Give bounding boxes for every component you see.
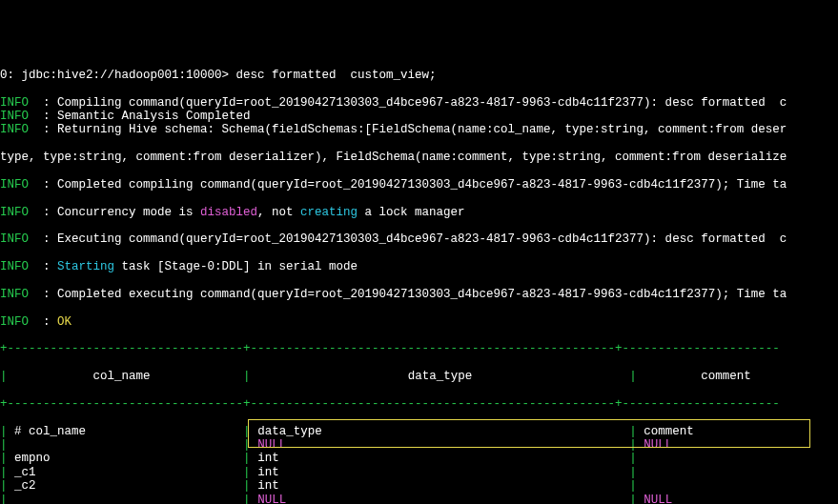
- log-text: : Returning Hive schema: Schema(fieldSch…: [29, 123, 787, 136]
- log-text: : Semantic Analysis Completed: [29, 110, 251, 123]
- highlight-box: [248, 419, 810, 448]
- log-text: : Compiling command(queryId=root_2019042…: [29, 96, 787, 110]
- table-border-top: +---------------------------------+-----…: [0, 342, 838, 355]
- table-row: | empno | int |: [0, 452, 838, 465]
- log-starting: INFO : Starting task [Stage-0:DDL] in se…: [0, 260, 838, 273]
- log-concurrency: INFO : Concurrency mode is disabled, not…: [0, 206, 838, 219]
- log-text: : Completed compiling command(queryId=ro…: [29, 178, 787, 192]
- table-header: | col_name | data_type | comment: [0, 370, 838, 383]
- log-prefix: INFO: [0, 232, 29, 246]
- log-prefix: INFO: [0, 123, 29, 136]
- log-prefix: INFO: [0, 110, 29, 123]
- prompt-command: desc formatted custom_view;: [229, 69, 437, 82]
- prompt-line: 0: jdbc:hive2://hadoop001:10000> desc fo…: [0, 69, 838, 82]
- table-row: | | NULL | NULL: [0, 494, 838, 505]
- log-text: : Completed executing command(queryId=ro…: [29, 288, 787, 301]
- table-row: | _c1 | int |: [0, 466, 838, 479]
- log-continuation: type, type:string, comment:from deserial…: [0, 151, 838, 164]
- log-line: INFO : Returning Hive schema: Schema(fie…: [0, 123, 838, 136]
- table-border-mid: +---------------------------------+-----…: [0, 397, 838, 411]
- log-line: INFO : Executing command(queryId=root_20…: [0, 232, 838, 246]
- prompt-prefix: 0: jdbc:hive2://hadoop001:10000>: [0, 69, 229, 82]
- log-line: INFO : Completed compiling command(query…: [0, 178, 838, 192]
- log-prefix: INFO: [0, 96, 29, 110]
- log-line: INFO : Compiling command(queryId=root_20…: [0, 96, 838, 110]
- log-prefix: INFO: [0, 178, 29, 192]
- col-header-name: col_name: [14, 370, 236, 383]
- col-header-comment: comment: [644, 370, 801, 383]
- table-row: | _c2 | int |: [0, 479, 838, 493]
- log-line: INFO : Completed executing command(query…: [0, 288, 838, 301]
- log-line: INFO : Semantic Analysis Completed: [0, 110, 838, 123]
- log-prefix: INFO: [0, 288, 29, 301]
- col-header-type: data_type: [257, 370, 623, 383]
- log-text: : Executing command(queryId=root_2019042…: [29, 232, 787, 246]
- log-ok: INFO : OK: [0, 315, 838, 329]
